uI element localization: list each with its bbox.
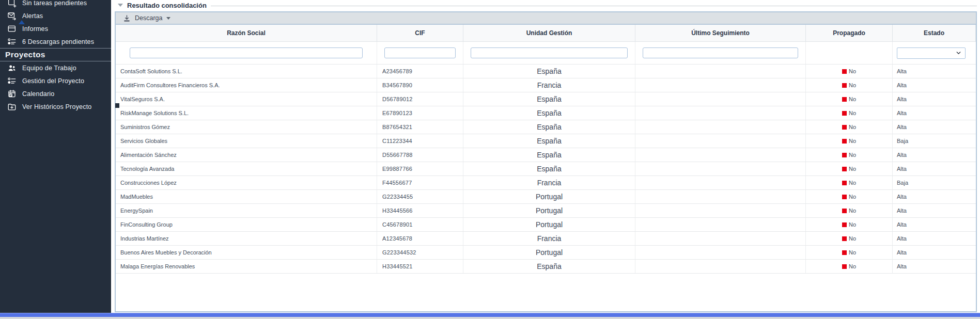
column-header[interactable]: CIF — [377, 25, 463, 41]
propagado-flag-icon — [842, 250, 847, 255]
alert-indicator-triangle-icon — [19, 20, 25, 24]
propagado-text: No — [849, 166, 856, 172]
table-filter-row — [116, 42, 976, 65]
cell-propagado: No — [806, 218, 893, 231]
table-row[interactable]: FinConsulting Group C45678901 Portugal N… — [116, 218, 976, 232]
sidebar: Sin tareas pendientes Alertas Informes 6… — [0, 0, 111, 313]
sidebar-item-label: 6 Descargas pendientes — [22, 38, 94, 45]
table-row[interactable]: Construcciones López F44556677 Francia N… — [116, 176, 976, 190]
propagado-flag-icon — [842, 139, 847, 143]
table-row[interactable]: RiskManage Solutions S.L. E67890123 Espa… — [116, 106, 976, 120]
sidebar-item[interactable]: Alertas — [0, 9, 111, 22]
table-body: ContaSoft Solutions S.L. A23456789 Españ… — [116, 65, 976, 311]
table-row[interactable]: Malaga Energías Renovables H33445521 Esp… — [116, 260, 976, 274]
cell-unidad-gestion: Portugal — [463, 246, 635, 259]
panel-rule — [211, 6, 977, 6]
toolbar: Descarga — [116, 12, 976, 25]
cell-razon-social: VitalSeguros S.A. — [116, 92, 377, 106]
sidebar-item[interactable]: Equipo de Trabajo — [0, 61, 111, 74]
caret-down-icon — [166, 17, 170, 20]
cell-ultimo-seguimiento — [635, 120, 806, 134]
table-row[interactable]: Industrias Martínez A12345678 Francia No… — [116, 232, 976, 246]
table-row[interactable]: ContaSoft Solutions S.L. A23456789 Españ… — [116, 65, 976, 78]
propagado-text: No — [849, 180, 856, 186]
collapse-caret-down-icon[interactable] — [118, 4, 123, 7]
propagado-text: No — [849, 194, 856, 200]
propagado-text: No — [849, 82, 856, 88]
mail-alert-icon — [7, 11, 17, 21]
table-row[interactable]: Alimentación Sánchez D55667788 España No… — [116, 148, 976, 162]
cell-cif: B87654321 — [377, 120, 463, 134]
sidebar-item-label: Ver Históricos Proyecto — [22, 103, 92, 110]
cell-unidad-gestion: España — [463, 106, 635, 120]
propagado-text: No — [849, 249, 856, 256]
filter-ultimo-seguimiento-input[interactable] — [643, 47, 798, 58]
column-header[interactable]: Último Seguimiento — [635, 25, 806, 41]
cell-razon-social: Tecnología Avanzada — [116, 162, 377, 176]
panel-header: Resultado consolidación — [111, 0, 977, 10]
cell-estado: Alta — [893, 106, 976, 120]
table-row[interactable]: Servicios Globales C11223344 España No B… — [116, 134, 976, 148]
propagado-text: No — [849, 263, 856, 269]
column-header[interactable]: Razón Social — [116, 25, 377, 41]
cell-cif: H33445566 — [377, 204, 463, 217]
propagado-flag-icon — [842, 167, 847, 171]
propagado-text: No — [849, 152, 856, 158]
download-icon — [122, 13, 131, 23]
column-header[interactable]: Unidad Gestión — [463, 25, 635, 41]
cell-estado: Alta — [893, 78, 976, 92]
cell-cif: E67890123 — [377, 106, 463, 120]
table-row[interactable]: Tecnología Avanzada E99887766 España No … — [116, 162, 976, 176]
sidebar-item[interactable]: 6 Descargas pendientes — [0, 35, 111, 48]
sidebar-menu: Sin tareas pendientes Alertas Informes 6… — [0, 0, 111, 48]
cell-unidad-gestion: España — [463, 134, 635, 148]
report-folder-icon — [7, 24, 17, 34]
cell-cif: B34567890 — [377, 78, 463, 92]
cell-cif: G223344532 — [377, 246, 463, 259]
sidebar-item-label: Alertas — [22, 12, 43, 20]
propagado-text: No — [849, 138, 856, 144]
propagado-text: No — [849, 235, 856, 242]
sidebar-item[interactable]: Gestión del Proyecto — [0, 74, 111, 87]
column-header[interactable]: Propagado — [806, 25, 893, 41]
splitter-handle[interactable] — [115, 103, 119, 108]
cell-unidad-gestion: Francia — [463, 78, 635, 92]
cell-ultimo-seguimiento — [635, 176, 806, 189]
team-icon — [7, 63, 17, 73]
filter-razon-social-input[interactable] — [130, 47, 363, 58]
cell-cif: A23456789 — [377, 65, 463, 78]
cell-razon-social: MadMuebles — [116, 190, 377, 203]
cell-unidad-gestion: España — [463, 120, 635, 134]
propagado-flag-icon — [842, 111, 847, 116]
filter-unidad-gestion-input[interactable] — [471, 47, 628, 58]
filter-estado-select[interactable] — [897, 47, 966, 59]
table-row[interactable]: MadMuebles G22334455 Portugal No Alta — [116, 190, 976, 204]
cell-cif: H33445521 — [377, 260, 463, 273]
cell-estado: Alta — [893, 148, 976, 162]
sidebar-item-label: Gestión del Proyecto — [22, 77, 84, 85]
folder-plus-icon — [7, 102, 17, 111]
propagado-flag-icon — [842, 97, 847, 102]
tasks-plus-icon — [7, 0, 17, 8]
sidebar-item[interactable]: Calendario — [0, 87, 111, 100]
sidebar-item[interactable]: Informes — [0, 22, 111, 35]
cell-razon-social: EnergySpain — [116, 204, 377, 217]
cell-unidad-gestion: España — [463, 65, 635, 78]
cell-ultimo-seguimiento — [635, 246, 806, 259]
cell-estado: Alta — [893, 246, 976, 259]
download-button[interactable]: Descarga — [122, 13, 170, 23]
cell-propagado: No — [806, 176, 893, 189]
table-row[interactable]: AuditFirm Consultores Financieros S.A. B… — [116, 78, 976, 92]
table-row[interactable]: Buenos Aires Muebles y Decoración G22334… — [116, 246, 976, 260]
table-row[interactable]: VitalSeguros S.A. D56789012 España No Al… — [116, 92, 976, 106]
table-row[interactable]: Suministros Gómez B87654321 España No Al… — [116, 120, 976, 134]
cell-estado: Alta — [893, 204, 976, 217]
sidebar-item[interactable]: Sin tareas pendientes — [0, 0, 111, 9]
column-header[interactable]: Estado — [893, 25, 976, 41]
cell-ultimo-seguimiento — [635, 134, 806, 148]
table-header-row: Razón Social CIF Unidad Gestión Último S… — [116, 25, 976, 42]
sidebar-item[interactable]: Ver Históricos Proyecto — [0, 100, 111, 113]
cell-cif: A12345678 — [377, 232, 463, 245]
filter-cif-input[interactable] — [384, 47, 456, 58]
table-row[interactable]: EnergySpain H33445566 Portugal No Alta — [116, 204, 976, 218]
